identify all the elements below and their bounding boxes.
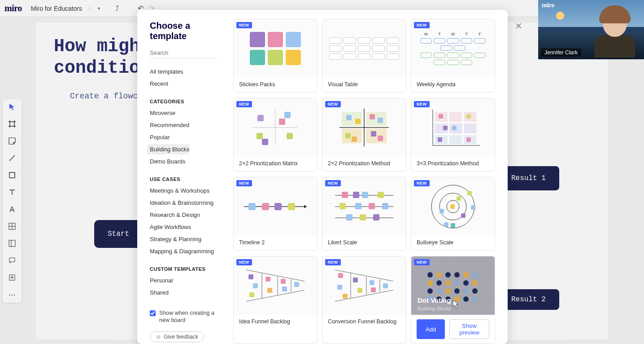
template-title: Timeline 2 [234, 236, 317, 250]
svg-rect-39 [466, 114, 471, 119]
svg-rect-43 [466, 137, 471, 142]
add-template-button[interactable]: Add [417, 319, 445, 339]
svg-rect-82 [294, 282, 299, 287]
svg-rect-63 [373, 214, 379, 221]
svg-rect-84 [337, 285, 342, 290]
template-title: Weekly Agenda [411, 78, 495, 92]
svg-rect-22 [378, 118, 383, 123]
svg-rect-23 [345, 133, 351, 138]
svg-rect-53 [342, 192, 348, 198]
svg-rect-12 [287, 133, 293, 139]
svg-rect-16 [366, 112, 387, 126]
svg-rect-60 [382, 203, 388, 209]
show-on-create-label: Show when creating a new board [159, 309, 217, 324]
usecase-strategy[interactable]: Strategy & Planning [150, 234, 217, 244]
template-title: Stickies Packs [234, 78, 317, 92]
give-feedback-button[interactable]: ☺ Give feedback [150, 331, 204, 342]
template-card-bullseye[interactable]: NEW Bullseye Scale [411, 177, 495, 251]
new-badge: NEW [414, 259, 430, 265]
hover-subtitle: Building Blocks [418, 306, 451, 311]
category-miroverse[interactable]: Miroverse [150, 108, 217, 118]
svg-rect-73 [471, 205, 475, 210]
svg-rect-42 [438, 137, 442, 142]
svg-rect-19 [346, 115, 352, 120]
svg-rect-48 [274, 203, 282, 210]
svg-rect-85 [343, 294, 348, 299]
usecase-agile[interactable]: Agile Workflows [150, 222, 217, 232]
template-card-2x2-method[interactable]: NEW 2×2 Prioritization Method [322, 98, 406, 172]
template-card-likert[interactable]: NEW Likert Scale [322, 177, 406, 251]
presenter-name: Jennifer Clark [541, 49, 581, 57]
close-icon[interactable]: ✕ [515, 21, 522, 31]
template-modal: Choose a template All templates Recent C… [137, 10, 508, 344]
nav-recent[interactable]: Recent [150, 79, 217, 89]
nav-all-templates[interactable]: All templates [150, 66, 217, 77]
svg-rect-62 [360, 214, 366, 221]
template-card-conversion-funnel[interactable]: NEW Conversion Funnel Backlog [322, 256, 406, 344]
svg-rect-8 [284, 112, 291, 118]
template-title: Likert Scale [322, 236, 406, 250]
svg-rect-83 [338, 273, 343, 278]
svg-rect-41 [452, 126, 457, 130]
template-title: Bullseye Scale [411, 236, 495, 250]
svg-rect-89 [371, 287, 376, 292]
svg-rect-26 [378, 136, 383, 141]
category-building-blocks[interactable]: Building Blocks [147, 144, 189, 154]
modal-title: Choose a template [150, 21, 217, 41]
template-card-timeline2[interactable]: NEW Timeline 2 [233, 177, 318, 251]
usecase-ideation[interactable]: Ideation & Brainstorming [150, 198, 217, 208]
svg-rect-74 [451, 223, 455, 228]
template-card-3x3-method[interactable]: NEW 3×3 Prioritization Method [411, 98, 495, 172]
svg-rect-47 [262, 203, 269, 210]
template-title: Conversion Funnel Backlog [322, 315, 406, 329]
custom-shared[interactable]: Shared [150, 287, 217, 298]
template-card-idea-funnel[interactable]: NEW Idea Funnel Backlog [233, 256, 318, 344]
new-badge: NEW [414, 101, 430, 107]
show-on-create-checkbox[interactable] [150, 310, 156, 316]
svg-rect-49 [288, 203, 295, 210]
svg-rect-86 [353, 278, 358, 282]
svg-rect-88 [370, 280, 374, 285]
usecase-meetings[interactable]: Meetings & Workshops [150, 185, 217, 196]
svg-rect-90 [383, 283, 388, 288]
template-card-stickies-packs[interactable]: NEW Stickies Packs [233, 19, 318, 93]
svg-rect-75 [248, 274, 253, 279]
usecase-research[interactable]: Research & Design [150, 210, 217, 220]
custom-heading: CUSTOM TEMPLATES [150, 266, 217, 272]
template-card-dot-voting[interactable]: NEW Dot Voting Building Blocks Add [411, 256, 495, 344]
new-badge: NEW [236, 259, 252, 265]
template-title: 3×3 Prioritization Method [411, 157, 495, 171]
new-badge: NEW [236, 22, 252, 28]
svg-rect-10 [257, 133, 263, 139]
svg-marker-45 [304, 205, 307, 208]
show-on-create-toggle[interactable]: Show when creating a new board [150, 309, 217, 324]
show-preview-button[interactable]: Show preview [449, 319, 489, 339]
presenter-video[interactable]: miro Jennifer Clark [538, 0, 644, 59]
svg-rect-87 [357, 288, 362, 293]
template-card-visual-table[interactable]: Visual Table [322, 19, 406, 93]
svg-rect-68 [457, 196, 461, 201]
svg-rect-40 [443, 126, 448, 130]
template-title: 2×2 Prioritization Method [322, 157, 406, 171]
category-recommended[interactable]: Recommended [150, 120, 217, 130]
usecase-mapping[interactable]: Mapping & Diagramming [150, 246, 217, 256]
template-title: Visual Table [322, 78, 406, 92]
template-card-weekly-agenda[interactable]: NEW MTWTF Weekly Agenda [411, 19, 495, 93]
svg-rect-79 [267, 288, 272, 293]
category-demo-boards[interactable]: Demo Boards [150, 156, 217, 167]
new-badge: NEW [325, 180, 341, 186]
feedback-label: Give feedback [164, 334, 198, 340]
custom-personal[interactable]: Personal [150, 275, 217, 286]
search-input[interactable] [150, 48, 217, 58]
svg-rect-18 [366, 129, 387, 143]
svg-rect-30 [449, 112, 462, 122]
svg-rect-72 [467, 191, 472, 195]
usecases-heading: USE CASES [150, 176, 217, 182]
template-card-2x2-matrix[interactable]: NEW 2×2 Prioritization Matrix [233, 98, 318, 172]
template-title: Idea Funnel Backlog [234, 315, 317, 329]
new-badge: NEW [236, 180, 252, 186]
new-badge: NEW [325, 259, 341, 265]
hover-title: Dot Voting [418, 296, 451, 304]
new-badge: NEW [236, 101, 252, 107]
category-popular[interactable]: Popular [150, 132, 217, 142]
